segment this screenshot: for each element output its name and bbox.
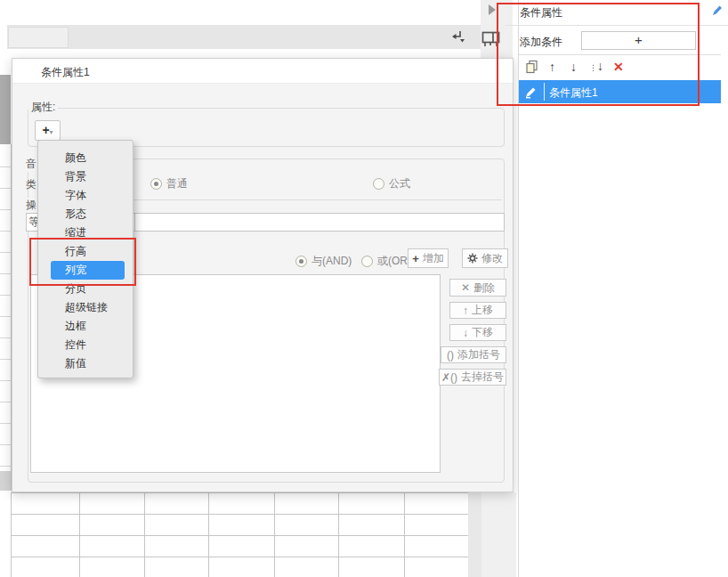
plus-icon: +	[635, 32, 643, 47]
condition-list-widget: ↑ ↓ ⋮↓ ✕ 条件属性1	[519, 54, 721, 103]
panel-separator	[506, 25, 728, 26]
gear-icon	[467, 253, 478, 264]
delete-button[interactable]: ✕删除	[449, 279, 506, 297]
condition-list-toolbar: ↑ ↓ ⋮↓ ✕	[519, 55, 721, 79]
radio-formula-label: 公式	[389, 176, 410, 191]
ruler-row-line	[0, 188, 11, 189]
modify-label: 修改	[481, 251, 503, 266]
move-down-button-label: 下移	[472, 325, 493, 340]
grid-line-horizontal	[11, 557, 468, 557]
ruler-row-line	[0, 167, 11, 167]
obscured-legend-fragment: 音	[26, 157, 37, 172]
delete-button-label: 删除	[473, 280, 495, 296]
remove-brackets-button[interactable]: ✗()去掉括号	[439, 369, 506, 386]
menu-item-12[interactable]: 新值	[51, 354, 125, 373]
menu-item-1[interactable]: 颜色	[51, 149, 125, 167]
add-condition-button[interactable]: +	[581, 31, 696, 50]
menu-item-6[interactable]: 行高	[51, 242, 125, 261]
radio-circle	[295, 256, 307, 267]
delete-condition-icon[interactable]: ✕	[613, 60, 624, 74]
copy-icon[interactable]	[525, 60, 539, 74]
ruler-row-line	[0, 252, 11, 253]
move-to-bottom-icon[interactable]: ⋮↓	[589, 59, 603, 73]
collapse-panel-icon[interactable]	[489, 4, 496, 15]
ruler-row-line	[0, 209, 11, 210]
ruler-row-line	[0, 273, 11, 274]
menu-item-5[interactable]: 缩进	[51, 223, 125, 242]
ruler-row-line	[0, 359, 11, 360]
move-up-button[interactable]: ↑上移	[449, 302, 506, 319]
grid-right-strip-dark	[468, 492, 481, 577]
add-brackets-button[interactable]: ()添加括号	[441, 346, 506, 363]
move-down-icon[interactable]: ↓	[570, 60, 577, 74]
radio-normal[interactable]: 普通	[150, 176, 188, 191]
ruler-row-line	[0, 337, 11, 338]
radio-and[interactable]: 与(AND)	[295, 254, 352, 269]
value-input[interactable]	[134, 213, 505, 232]
ruler-row-line	[0, 380, 11, 381]
attribute-dropdown-menu: 颜色背景字体形态缩进行高列宽分页超级链接边框控件新值	[37, 140, 133, 378]
ruler-row-line	[0, 231, 11, 232]
radio-or[interactable]: 或(OR)	[361, 254, 411, 269]
ruler-row-line	[0, 316, 11, 317]
add-condition-label: 添加条件	[520, 35, 562, 50]
row-header-cell[interactable]	[0, 471, 12, 491]
radio-circle	[150, 178, 162, 190]
menu-item-7[interactable]: 列宽	[51, 261, 125, 280]
designer-toolbar	[7, 25, 481, 49]
obscured-type-label-fragment: 类	[26, 177, 36, 192]
plus-icon: +	[412, 252, 419, 265]
add-attribute-dropdown-button[interactable]: +▾	[35, 120, 61, 141]
radio-formula[interactable]: 公式	[373, 176, 410, 191]
radio-or-label: 或(OR)	[377, 254, 411, 269]
add-condition-clause-button[interactable]: + 增加	[408, 248, 449, 268]
move-up-button-label: 上移	[472, 303, 493, 318]
ruler-row-line	[0, 295, 11, 296]
ruler-row-line	[0, 444, 11, 445]
move-down-button[interactable]: ↓下移	[449, 324, 506, 341]
radio-circle	[361, 256, 373, 267]
caret-down-icon: ▾	[50, 128, 53, 136]
move-up-button-icon: ↑	[463, 305, 468, 317]
dialog-title: 条件属性1	[41, 65, 90, 80]
toolbar-right-strip	[481, 0, 513, 58]
menu-item-10[interactable]: 边框	[51, 317, 125, 336]
remove-brackets-button-icon: ✗()	[441, 371, 457, 384]
right-panel-title: 条件属性	[520, 5, 562, 20]
delete-button-icon: ✕	[461, 281, 470, 294]
attribute-legend: 属性:	[28, 100, 58, 115]
row-header-selected[interactable]	[0, 75, 11, 144]
add-label: 增加	[423, 251, 444, 266]
menu-item-8[interactable]: 分页	[51, 280, 125, 298]
move-down-button-icon: ↓	[463, 327, 468, 339]
pencil-cell[interactable]	[519, 80, 543, 103]
radio-circle	[373, 178, 384, 190]
obscured-operator-legend-fragment: 操	[26, 198, 37, 213]
radio-and-label: 与(AND)	[311, 254, 352, 269]
ruler-row-line	[0, 402, 11, 402]
grid-line-horizontal	[11, 492, 468, 493]
edit-pencil-white-icon	[524, 85, 538, 99]
menu-item-3[interactable]: 字体	[51, 186, 125, 205]
modify-button[interactable]: 修改	[462, 248, 508, 268]
condition-item-label: 条件属性1	[549, 85, 598, 101]
add-brackets-button-icon: ()	[447, 349, 454, 362]
row-header-strip[interactable]	[0, 144, 12, 471]
condition-list-item-selected[interactable]: 条件属性1	[519, 80, 721, 103]
plus-icon: +	[42, 123, 49, 137]
remove-brackets-button-label: 去掉括号	[461, 370, 504, 385]
move-up-icon[interactable]: ↑	[549, 60, 555, 74]
menu-item-2[interactable]: 背景	[51, 167, 125, 186]
radio-normal-label: 普通	[166, 176, 188, 191]
dialog-title-bar[interactable]: 条件属性1	[12, 59, 513, 84]
grid-line-horizontal	[11, 535, 468, 536]
edit-pencil-icon[interactable]	[710, 4, 723, 17]
menu-item-4[interactable]: 形态	[51, 205, 125, 223]
toolbar-left-segment	[8, 27, 69, 48]
form-pane-icon[interactable]	[481, 31, 501, 47]
menu-item-11[interactable]: 控件	[51, 336, 125, 354]
grid-right-strip-light	[481, 492, 516, 577]
menu-item-9[interactable]: 超级链接	[51, 298, 125, 317]
grid-line-horizontal	[11, 514, 468, 515]
corner-arrow-icon[interactable]	[449, 29, 465, 44]
